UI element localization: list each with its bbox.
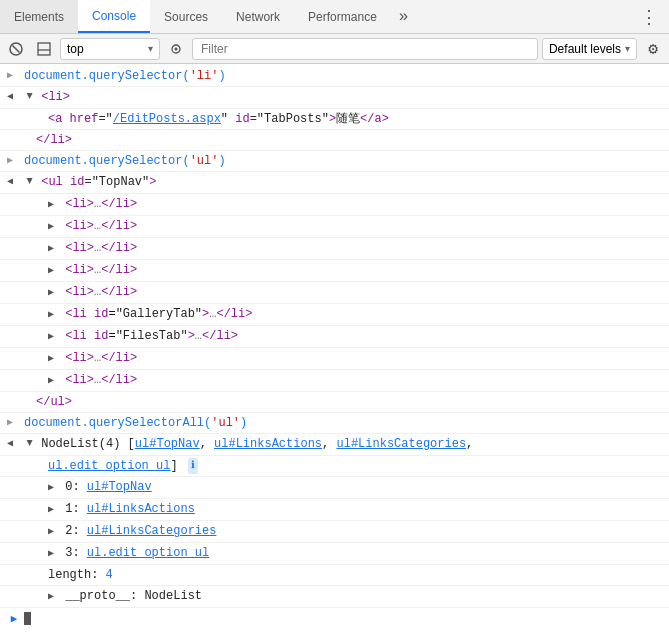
- more-tabs-button[interactable]: »: [391, 0, 417, 33]
- tab-elements[interactable]: Elements: [0, 0, 78, 33]
- filter-input[interactable]: [192, 38, 538, 60]
- li-files-expand[interactable]: ▶: [48, 329, 58, 345]
- nodelist-linksactions[interactable]: ul#LinksActions: [214, 437, 322, 451]
- entry-qsa-input: document.querySelectorAll('ul'): [20, 413, 669, 433]
- input-gutter: ▶: [4, 612, 24, 625]
- li-item: ▶ <li>…</li>: [44, 348, 669, 369]
- nodelist-ref-3[interactable]: ul.edit_option_ul: [87, 546, 209, 560]
- log-levels-selector[interactable]: Default levels ▾: [542, 38, 637, 60]
- console-entry: ▶ <li>…</li>: [0, 260, 669, 282]
- console-entry: ▶ <li>…</li>: [0, 370, 669, 392]
- tab-performance[interactable]: Performance: [294, 0, 391, 33]
- console-entry: ul.edit_option_ul] ℹ: [0, 456, 669, 477]
- entry-output-ul: ▶ <ul id="TopNav">: [20, 172, 669, 193]
- entry-string-ul: 'ul': [190, 154, 219, 168]
- html-equals: =": [98, 112, 112, 126]
- li-item: ▶ <li>…</li>: [44, 370, 669, 391]
- entry-expand-toggle[interactable]: ◀: [0, 172, 20, 187]
- entry-expand-toggle[interactable]: ◀: [0, 434, 20, 449]
- entry-gutter: [0, 456, 20, 459]
- context-selector[interactable]: top ▾: [60, 38, 160, 60]
- li-item: ▶ <li>…</li>: [44, 282, 669, 303]
- nodelist-ref-0[interactable]: ul#TopNav: [87, 480, 152, 494]
- li-expand-2[interactable]: ▶: [48, 219, 58, 235]
- console-entry: ▶ 3: ul.edit_option_ul: [0, 543, 669, 565]
- tab-console[interactable]: Console: [78, 0, 150, 33]
- li-expand-7[interactable]: ▶: [48, 373, 58, 389]
- entry-gutter: [0, 370, 20, 373]
- svg-point-5: [175, 47, 178, 50]
- console-entry: ▶ 0: ul#TopNav: [0, 477, 669, 499]
- log-levels-label: Default levels: [549, 42, 621, 56]
- console-entry: <a href="/EditPosts.aspx" id="TabPosts">…: [0, 109, 669, 130]
- entry-close-paren: ): [218, 69, 225, 83]
- proto-expand[interactable]: ▶: [48, 589, 58, 605]
- nodelist-item-2-expand[interactable]: ▶: [48, 524, 58, 540]
- entry-gutter: [0, 477, 20, 480]
- expand-ul-arrow[interactable]: ▶: [21, 178, 37, 188]
- nodelist-info-badge[interactable]: ℹ: [188, 458, 198, 474]
- li-expand-4[interactable]: ▶: [48, 263, 58, 279]
- console-entry: </ul>: [0, 392, 669, 413]
- html-attr-name: href: [70, 112, 99, 126]
- tab-bar: Elements Console Sources Network Perform…: [0, 0, 669, 34]
- html-end-tag: </a>: [360, 112, 389, 126]
- expand-toggle-arrow[interactable]: ▶: [21, 93, 37, 103]
- entry-output: ▶ <li>: [20, 87, 669, 108]
- nodelist-index-1: 1:: [65, 502, 87, 516]
- li-expand-1[interactable]: ▶: [48, 197, 58, 213]
- expand-arrow-open: ◀: [7, 90, 13, 102]
- nodelist-ref-2[interactable]: ul#LinksCategories: [87, 524, 217, 538]
- nodelist-item-1-expand[interactable]: ▶: [48, 502, 58, 518]
- entry-gutter: [0, 109, 20, 112]
- console-entry: ◀ ▶ NodeList(4) [ul#TopNav, ul#LinksActi…: [0, 434, 669, 456]
- entry-gutter: [0, 282, 20, 285]
- nodelist-linkscategories[interactable]: ul#LinksCategories: [336, 437, 466, 451]
- html-tag: <li>: [41, 90, 70, 104]
- entry-gutter: [0, 194, 20, 197]
- html-text-content: 随笔: [336, 112, 360, 126]
- proto-label: __proto__: [65, 589, 130, 603]
- tab-sources[interactable]: Sources: [150, 0, 222, 33]
- inspect-button[interactable]: [164, 37, 188, 61]
- entry-expand-toggle[interactable]: ▶: [0, 413, 20, 428]
- entry-gutter: [0, 326, 20, 329]
- toggle-drawer-button[interactable]: [32, 37, 56, 61]
- entry-expand-toggle[interactable]: ◀: [0, 87, 20, 102]
- ul-open-tag: <ul: [41, 175, 70, 189]
- li-item: ▶ <li>…</li>: [44, 216, 669, 237]
- nodelist-ref-1[interactable]: ul#LinksActions: [87, 502, 195, 516]
- collapse-arrow-qsa: ▶: [7, 416, 13, 428]
- context-value: top: [67, 42, 144, 56]
- nodelist-item-3-expand[interactable]: ▶: [48, 546, 58, 562]
- html-id-eq: =": [250, 112, 264, 126]
- li-gallery-item: ▶ <li id="GalleryTab">…</li>: [44, 304, 669, 325]
- console-entry: ▶ <li>…</li>: [0, 194, 669, 216]
- collapse-arrow: ▶: [7, 154, 13, 166]
- input-prompt-icon: ▶: [11, 612, 18, 625]
- svg-rect-2: [38, 43, 50, 55]
- li-item: ▶ <li>…</li>: [44, 238, 669, 259]
- console-toolbar: top ▾ Default levels ▾ ⚙: [0, 34, 669, 64]
- tab-network[interactable]: Network: [222, 0, 294, 33]
- eye-icon: [169, 42, 183, 56]
- nodelist-topnav[interactable]: ul#TopNav: [135, 437, 200, 451]
- clear-console-button[interactable]: [4, 37, 28, 61]
- entry-input-text: document.querySelector('li'): [20, 66, 669, 86]
- nodelist-expand[interactable]: ▶: [21, 440, 37, 450]
- li-expand-5[interactable]: ▶: [48, 285, 58, 301]
- li-gallery-expand[interactable]: ▶: [48, 307, 58, 323]
- devtools-menu-button[interactable]: ⋮: [630, 0, 669, 33]
- entry-expand-toggle[interactable]: ▶: [0, 66, 20, 81]
- nodelist-editoption[interactable]: ul.edit_option_ul: [48, 459, 170, 473]
- console-output: ▶ document.querySelector('li') ◀ ▶ <li> …: [0, 64, 669, 642]
- nodelist-label: NodeList(4) [: [41, 437, 135, 451]
- li-expand-3[interactable]: ▶: [48, 241, 58, 257]
- entry-expand-toggle[interactable]: ▶: [0, 151, 20, 166]
- entry-string: 'li': [190, 69, 219, 83]
- li-expand-6[interactable]: ▶: [48, 351, 58, 367]
- console-entry: ▶ __proto__: NodeList: [0, 586, 669, 608]
- nodelist-item-0-expand[interactable]: ▶: [48, 480, 58, 496]
- html-attr-link[interactable]: /EditPosts.aspx: [113, 112, 221, 126]
- console-settings-button[interactable]: ⚙: [641, 37, 665, 61]
